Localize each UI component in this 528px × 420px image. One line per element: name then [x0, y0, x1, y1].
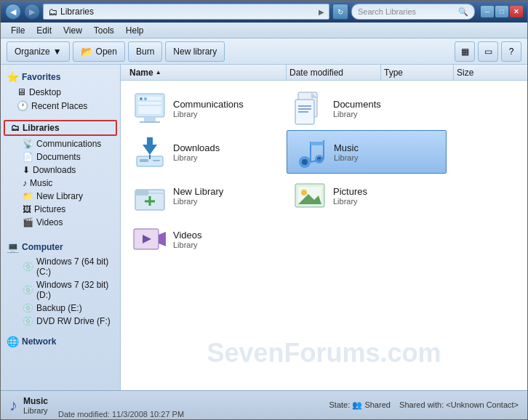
preview-pane-button[interactable]: ▭	[478, 41, 498, 62]
menu-help[interactable]: Help	[120, 24, 150, 37]
minimize-button[interactable]: ─	[481, 6, 494, 17]
library-item-videos[interactable]: VideosLibrary	[127, 217, 287, 261]
maximize-button[interactable]: □	[495, 6, 508, 17]
new-library-label: New library	[173, 47, 217, 57]
library-item-music[interactable]: MusicLibrary	[287, 130, 447, 174]
sidebar-item-new-library[interactable]: 📁 New Library	[1, 190, 120, 203]
open-button[interactable]: 📂 Open	[73, 41, 125, 62]
music-icon	[293, 134, 328, 169]
menu-edit[interactable]: Edit	[31, 24, 57, 37]
sidebar-item-e-drive[interactable]: 💿 Backup (E:)	[1, 302, 120, 315]
videos-name: Videos	[173, 230, 202, 241]
sidebar-item-label: Backup (E:)	[36, 303, 82, 313]
svg-point-37	[301, 190, 307, 195]
library-item-pictures[interactable]: PicturesLibrary	[287, 174, 447, 217]
sidebar-item-label: DVD RW Drive (F:)	[36, 316, 111, 326]
address-arrow-icon: ▶	[319, 8, 324, 16]
svg-point-23	[302, 159, 308, 165]
sidebar-item-c-drive[interactable]: 💿 Windows 7 (64 bit) (C:)	[1, 255, 120, 278]
sidebar-item-label: Downloads	[33, 165, 76, 175]
close-button[interactable]: ✕	[510, 6, 523, 17]
shared-value: <Unknown Contact>	[446, 400, 519, 409]
status-bar: ♪ Music Library State: 👥 Shared Shared w…	[1, 390, 527, 419]
organize-button[interactable]: Organize ▼	[7, 41, 70, 62]
sidebar: ⭐ Favorites 🖥 Desktop 🕐 Recent Places 🗂 …	[1, 65, 121, 390]
organize-label: Organize	[15, 47, 50, 57]
col-size[interactable]: Size	[454, 65, 521, 80]
title-bar: ◀ ▶ 🗂 Libraries ▶ ↻ Search Libraries 🔍 ─…	[1, 1, 527, 23]
search-bar[interactable]: Search Libraries 🔍	[351, 4, 475, 20]
state-value: Shared	[364, 400, 390, 409]
change-view-button[interactable]: ▦	[455, 41, 475, 62]
col-type[interactable]: Type	[381, 65, 454, 80]
sidebar-item-music[interactable]: ♪ Music	[1, 177, 120, 190]
status-title: Music	[23, 396, 48, 406]
back-button[interactable]: ◀	[5, 4, 21, 20]
libraries-header[interactable]: 🗂 Libraries	[4, 120, 117, 136]
sidebar-item-pictures[interactable]: 🖼 Pictures	[1, 203, 120, 216]
date-modified: Date modified: 11/3/2008 10:27 PM	[58, 410, 184, 419]
communications-name: Communications	[173, 99, 244, 110]
new-library-icon: 📁	[23, 191, 33, 201]
favorites-icon: ⭐	[7, 71, 19, 83]
address-bar[interactable]: 🗂 Libraries ▶	[43, 4, 329, 20]
recent-places-icon: 🕐	[17, 100, 28, 111]
library-item-new-library[interactable]: New LibraryLibrary	[127, 174, 287, 217]
svg-marker-18	[143, 137, 157, 155]
music-icon: ♪	[23, 178, 27, 188]
col-date-modified[interactable]: Date modified	[287, 65, 381, 80]
toolbar: Organize ▼ 📂 Open Burn New library ▦ ▭ ?	[1, 39, 527, 65]
computer-section: 💻 Computer 💿 Windows 7 (64 bit) (C:) 💿 W…	[1, 239, 120, 328]
menu-view[interactable]: View	[57, 24, 88, 37]
state-icon: 👥	[352, 400, 364, 409]
menu-tools[interactable]: Tools	[88, 24, 120, 37]
shared-label: Shared with:	[399, 400, 444, 409]
communications-icon: 📡	[23, 139, 33, 149]
burn-button[interactable]: Burn	[128, 41, 162, 62]
menu-file[interactable]: File	[5, 24, 31, 37]
organize-arrow-icon: ▼	[53, 47, 62, 57]
communications-type: Library	[173, 110, 244, 118]
refresh-button[interactable]: ↻	[332, 4, 348, 20]
watermark: SevenForums.com	[207, 338, 441, 368]
downloads-type: Library	[173, 153, 220, 162]
sidebar-item-label: New Library	[36, 191, 83, 201]
col-name[interactable]: Name ▲	[127, 65, 287, 80]
sidebar-item-communications[interactable]: 📡 Communications	[1, 137, 120, 150]
open-label: Open	[96, 47, 117, 57]
network-label: Network	[22, 336, 56, 347]
pictures-icon: 🖼	[23, 204, 31, 214]
library-item-downloads[interactable]: DownloadsLibrary	[127, 130, 287, 174]
new-library-icon	[132, 178, 167, 213]
svg-point-4	[140, 97, 143, 100]
help-button[interactable]: ?	[501, 41, 521, 62]
sidebar-item-documents[interactable]: 📄 Documents	[1, 150, 120, 163]
content-area: Name ▲ Date modified Type Size SevenForu…	[121, 65, 527, 390]
documents-name: Documents	[333, 99, 381, 110]
sidebar-item-label: Pictures	[34, 204, 65, 214]
sidebar-item-desktop[interactable]: 🖥 Desktop	[1, 85, 120, 99]
column-headers: Name ▲ Date modified Type Size	[121, 65, 527, 81]
library-item-documents[interactable]: DocumentsLibrary	[287, 86, 447, 130]
forward-button[interactable]: ▶	[24, 4, 40, 20]
new-library-name: New Library	[173, 186, 223, 197]
sidebar-item-label: Videos	[36, 217, 63, 227]
videos-type: Library	[173, 241, 202, 249]
sidebar-item-d-drive[interactable]: 💿 Windows 7 (32 bit) (D:)	[1, 278, 120, 302]
documents-icon: 📄	[23, 152, 33, 162]
sidebar-item-f-drive[interactable]: 💿 DVD RW Drive (F:)	[1, 315, 120, 328]
sidebar-item-downloads[interactable]: ⬇ Downloads	[1, 163, 120, 177]
sidebar-item-recent-places[interactable]: 🕐 Recent Places	[1, 99, 120, 113]
computer-label: Computer	[22, 242, 63, 252]
svg-rect-21	[153, 160, 160, 161]
svg-rect-14	[298, 105, 311, 107]
library-item-communications[interactable]: CommunicationsLibrary	[127, 86, 287, 130]
computer-header: 💻 Computer	[1, 239, 120, 255]
network-icon: 🌐	[7, 336, 19, 347]
sidebar-item-videos[interactable]: 🎬 Videos	[1, 216, 120, 229]
network-header: 🌐 Network	[1, 334, 120, 350]
sidebar-item-label: Documents	[36, 152, 81, 162]
downloads-icon	[132, 134, 167, 169]
status-details: State: 👥 Shared Shared with: <Unknown Co…	[329, 400, 519, 410]
new-library-button[interactable]: New library	[165, 41, 225, 62]
